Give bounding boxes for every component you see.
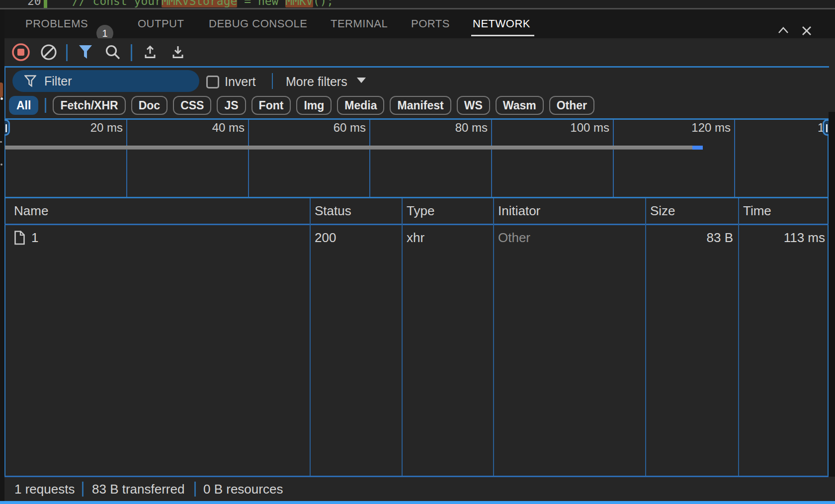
request-initiator: Other: [498, 225, 530, 251]
chip-media[interactable]: Media: [337, 96, 384, 115]
network-toolbar: [0, 38, 835, 66]
clear-icon: [40, 44, 57, 61]
ruler-tick: 100 ms: [545, 121, 609, 135]
transferred-size: 83 B transferred: [92, 477, 184, 501]
chip-all[interactable]: All: [9, 96, 38, 115]
invert-checkbox[interactable]: [206, 76, 219, 88]
tab-terminal[interactable]: TERMINAL: [331, 9, 388, 38]
column-header-name[interactable]: Name: [14, 198, 48, 224]
code-highlight: MMKV: [285, 0, 313, 7]
panel-close-icon[interactable]: [800, 24, 813, 37]
editor-edge-dash: [0, 141, 2, 143]
chip-other[interactable]: Other: [549, 96, 594, 115]
download-icon: [170, 44, 186, 60]
tab-label: NETWORK: [473, 17, 530, 30]
code-comment: // const your: [72, 0, 162, 7]
chip-css[interactable]: CSS: [173, 96, 211, 115]
column-header-status[interactable]: Status: [315, 198, 351, 224]
column-divider[interactable]: [493, 198, 494, 476]
status-separator: [194, 482, 196, 497]
filter-input[interactable]: Filter: [12, 70, 199, 92]
editor-edge-marker: [0, 83, 3, 97]
request-time: 113 ms: [738, 225, 825, 251]
right-edge-strip: [829, 112, 835, 477]
handle-grip-line: [5, 124, 7, 132]
ruler-gridline: [491, 120, 492, 197]
active-tab-underline: [471, 35, 534, 36]
ruler-gridline: [613, 120, 614, 197]
overview-top-border: [4, 118, 829, 120]
code-line: // const yourMMKVStorage = new MMKV();: [72, 0, 334, 8]
chip-js[interactable]: JS: [217, 96, 246, 115]
chip-manifest[interactable]: Manifest: [390, 96, 451, 115]
tab-network[interactable]: NETWORK: [473, 9, 530, 38]
status-separator: [82, 482, 84, 497]
funnel-outline-icon: [24, 75, 36, 87]
chip-doc[interactable]: Doc: [131, 96, 167, 115]
column-header-time[interactable]: Time: [743, 198, 771, 224]
record-button[interactable]: [10, 38, 32, 66]
invert-label: Invert: [225, 75, 256, 89]
tab-ports[interactable]: PORTS: [411, 9, 450, 38]
panel-bottom-accent: [0, 501, 835, 504]
code-highlight: MMKVStorage: [162, 0, 237, 7]
ruler-gridline: [248, 120, 249, 197]
tab-label: PORTS: [411, 17, 450, 30]
request-status: 200: [315, 225, 336, 251]
filter-row-divider: [272, 73, 273, 89]
toolbar-divider: [131, 44, 132, 61]
filter-toggle-button[interactable]: [75, 38, 96, 66]
export-har-button[interactable]: [167, 38, 189, 66]
chip-font[interactable]: Font: [251, 96, 291, 115]
filter-placeholder: Filter: [44, 74, 72, 88]
overview-waterfall-bar: [5, 146, 692, 150]
tab-output[interactable]: OUTPUT: [138, 9, 184, 38]
column-header-type[interactable]: Type: [407, 198, 434, 224]
ruler-tick: 20 ms: [58, 121, 123, 135]
column-header-initiator[interactable]: Initiator: [498, 198, 540, 224]
tab-problems[interactable]: PROBLEMS: [25, 9, 88, 38]
ruler-tick: 40 ms: [180, 121, 245, 135]
tab-label: PROBLEMS: [25, 17, 88, 30]
tab-label: TERMINAL: [331, 17, 388, 30]
clear-network-log-button[interactable]: [38, 38, 60, 66]
overview-waterfall-bar-tip: [692, 146, 703, 150]
editor-edge-dot: [0, 164, 2, 166]
request-type: xhr: [407, 225, 424, 251]
more-filters-button[interactable]: More filters: [286, 75, 347, 89]
column-divider[interactable]: [402, 198, 403, 476]
tab-debug-console[interactable]: DEBUG CONSOLE: [209, 9, 307, 38]
ruler-gridline: [734, 120, 735, 197]
request-name: 1: [31, 230, 38, 246]
editor-code-strip: 20 // const yourMMKVStorage = new MMKV()…: [0, 0, 835, 8]
ruler-gridline: [126, 120, 127, 197]
chip-img[interactable]: Img: [296, 96, 332, 115]
chip-divider: [45, 98, 46, 113]
devtools-top-border: [4, 66, 829, 68]
import-har-button[interactable]: [139, 38, 161, 66]
tab-label: OUTPUT: [138, 17, 184, 30]
code-comment: ();: [313, 0, 334, 7]
tab-label: DEBUG CONSOLE: [209, 17, 307, 30]
vscode-bottom-panel: 20 // const yourMMKVStorage = new MMKV()…: [0, 0, 835, 504]
table-row[interactable]: 1: [14, 225, 302, 251]
resource-type-filter: All Fetch/XHR Doc CSS JS Font Img Media …: [9, 97, 594, 114]
column-divider[interactable]: [310, 198, 311, 476]
line-number: 20: [27, 0, 41, 8]
chip-wasm[interactable]: Wasm: [496, 96, 544, 115]
chevron-down-icon[interactable]: [357, 78, 366, 83]
column-header-size[interactable]: Size: [650, 198, 675, 224]
upload-icon: [142, 44, 158, 60]
search-button[interactable]: [102, 38, 124, 66]
funnel-icon: [79, 45, 92, 60]
panel-collapse-icon[interactable]: [777, 24, 790, 37]
request-size: 83 B: [645, 225, 733, 251]
editor-edge-dot: [0, 97, 3, 100]
document-icon: [14, 231, 25, 245]
handle-grip-line: [826, 124, 828, 132]
network-status-bar: 1 requests 83 B transferred 0 B resource…: [0, 477, 835, 501]
ruler-gridline: [369, 120, 370, 197]
chip-fetch-xhr[interactable]: Fetch/XHR: [53, 96, 125, 115]
search-icon: [105, 44, 121, 60]
chip-ws[interactable]: WS: [457, 96, 490, 115]
